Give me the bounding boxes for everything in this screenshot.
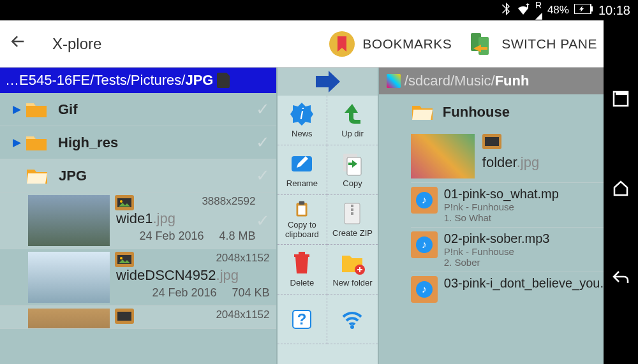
svg-point-6 [120,200,122,203]
music-folder-icon [387,74,401,88]
breadcrumb-left[interactable]: …E545-16FE/Tests/Pictures/JPG [0,68,276,93]
file-row[interactable]: 2048x1152 [0,306,276,329]
file-row[interactable]: 2048x1152 wideDSCN4952.jpg 24 Feb 201670… [0,249,276,306]
music-row[interactable]: ♪ 03-pink-i_dont_believe_you. [411,272,604,307]
status-bar: R◢ 48% 10:18 [0,0,638,20]
file-row[interactable]: 3888x2592 wide1.jpg 24 Feb 20164.8 MB ✓ [0,193,276,249]
image-badge-icon [115,195,134,210]
sdcard-icon [217,73,230,88]
wifi-icon [339,307,365,332]
wifi-icon [516,3,530,18]
svg-rect-31 [485,137,499,146]
music-icon: ♪ [411,276,438,303]
action-copy[interactable]: Copy [327,145,378,195]
folder-row-highres[interactable]: ▶ High_res ✓ [0,126,276,159]
bluetooth-icon [501,3,511,18]
battery-icon [574,4,593,17]
rename-icon [289,151,315,177]
thumbnail [411,134,475,178]
switch-pane-button[interactable]: SWITCH PANE [467,31,597,57]
thumbnail [28,252,110,303]
svg-point-29 [350,325,354,329]
music-row[interactable]: ♪ 01-pink-so_what.mp P!nk - Funhouse 1. … [411,182,604,227]
image-badge-icon [115,309,134,324]
check-icon[interactable]: ✓ [256,211,270,231]
zip-icon [339,201,365,226]
breadcrumb-right[interactable]: /sdcard/Music/Funh [379,68,604,94]
folder-icon [25,134,48,152]
signal-icon: R◢ [535,0,542,20]
svg-rect-21 [351,205,353,207]
image-badge-icon [115,252,134,267]
svg-rect-16 [347,157,361,175]
check-icon[interactable]: ✓ [256,99,270,119]
action-rename[interactable]: Rename [278,145,328,195]
action-news[interactable]: i News [278,96,328,145]
file-row[interactable]: folder.jpg [411,130,604,182]
action-wifi[interactable] [327,295,378,344]
svg-rect-23 [351,212,353,215]
svg-rect-19 [299,201,305,205]
folder-icon [411,103,434,121]
new-folder-icon [339,251,365,276]
info-icon: i [289,101,315,127]
up-arrow-icon [339,101,365,127]
clock: 10:18 [598,3,630,18]
bookmarks-button[interactable]: BOOKMARKS [329,31,452,57]
direction-indicator[interactable] [278,68,378,96]
music-row[interactable]: ♪ 02-pink-sober.mp3 P!nk - Funhouse 2. S… [411,227,604,272]
help-icon: ? [289,307,315,332]
music-icon: ♪ [411,187,438,214]
expand-icon[interactable]: ▶ [13,103,21,116]
battery-percent: 48% [547,4,569,17]
svg-rect-33 [616,92,628,95]
action-panel: i News Up dir Rename Copy Copy to clipbo… [276,68,379,364]
trash-icon [289,251,315,276]
folder-row-gif[interactable]: ▶ Gif ✓ [0,93,276,126]
system-nav-bar [604,20,638,364]
folder-row-jpg[interactable]: JPG ✓ [0,159,276,193]
app-bar: X-plore BOOKMARKS SWITCH PANE ⋮ [0,20,638,68]
action-copy-clipboard[interactable]: Copy to clipboard [278,195,328,245]
clipboard-icon [289,200,315,218]
back-nav-button[interactable] [611,269,630,288]
check-icon[interactable]: ✓ [256,133,270,152]
music-icon: ♪ [411,231,438,258]
action-help[interactable]: ? [278,295,328,344]
pane-right: /sdcard/Music/Funh Funhouse folder.jpg ♪… [379,68,604,364]
pane-left: …E545-16FE/Tests/Pictures/JPG ▶ Gif ✓ ▶ … [0,68,276,364]
switch-pane-icon [467,31,494,57]
recent-apps-button[interactable] [612,91,629,110]
image-badge-icon [482,134,501,149]
svg-rect-25 [299,252,305,254]
svg-rect-24 [294,254,309,257]
folder-icon [25,101,48,119]
bookmark-icon [329,31,355,57]
action-create-zip[interactable]: Create ZIP [327,195,378,245]
back-button[interactable] [9,33,27,55]
svg-rect-22 [351,208,353,211]
home-button[interactable] [612,180,630,199]
svg-rect-1 [591,6,593,11]
thumbnail [28,195,110,246]
action-up-dir[interactable]: Up dir [327,96,378,145]
app-title: X-plore [52,35,329,53]
thumbnail [28,309,110,329]
folder-row-funhouse[interactable]: Funhouse [411,94,604,130]
svg-text:i: i [300,105,304,122]
svg-rect-18 [299,206,306,215]
check-icon[interactable]: ✓ [256,166,270,186]
folder-open-icon [26,167,48,185]
svg-text:?: ? [297,310,307,328]
svg-point-9 [120,257,122,259]
svg-rect-11 [117,312,131,321]
action-new-folder[interactable]: New folder [327,245,378,295]
action-delete[interactable]: Delete [278,245,328,295]
expand-icon[interactable]: ▶ [13,136,21,149]
copy-icon [339,151,365,177]
